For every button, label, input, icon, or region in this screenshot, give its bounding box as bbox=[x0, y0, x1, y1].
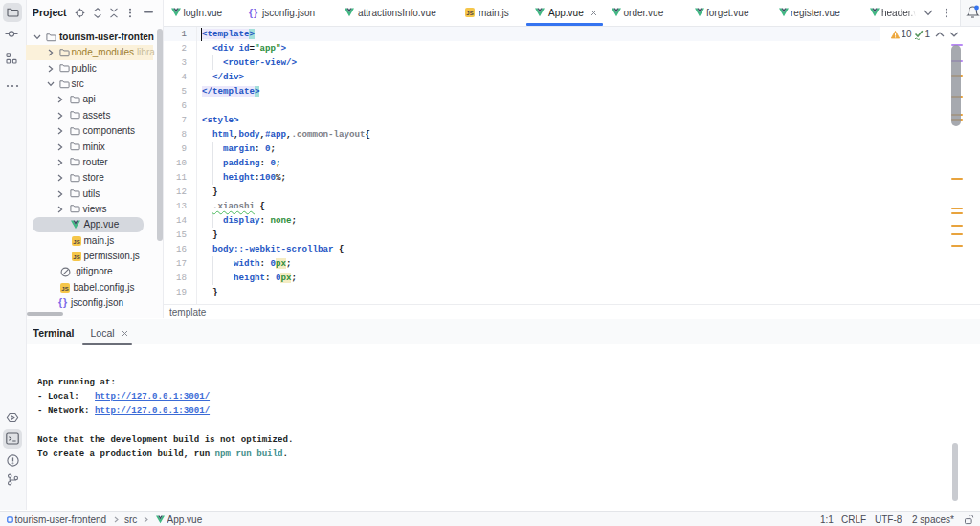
svg-text:JS: JS bbox=[73, 253, 79, 259]
svg-text:JS: JS bbox=[73, 238, 79, 244]
svg-text:JS: JS bbox=[466, 11, 473, 16]
svg-text:JS: JS bbox=[61, 285, 68, 291]
